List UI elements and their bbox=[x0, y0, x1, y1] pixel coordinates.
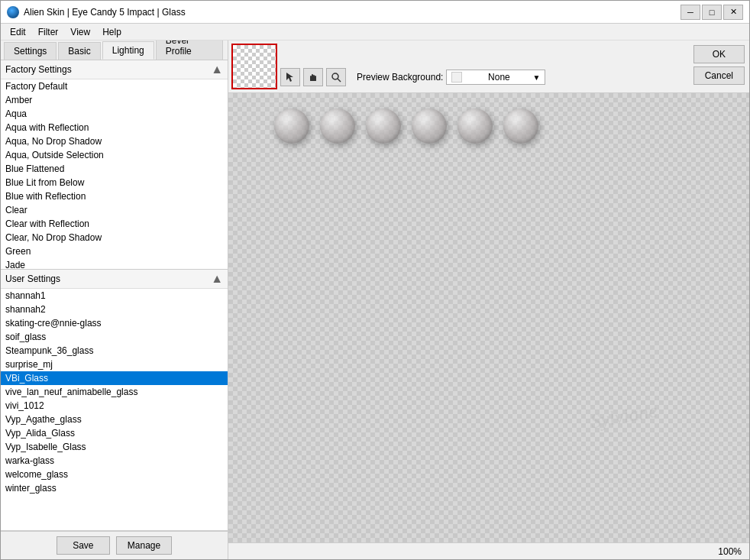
preview-bg-dropdown[interactable]: None ▼ bbox=[446, 70, 545, 85]
preview-bg-swatch bbox=[451, 72, 462, 83]
menu-view[interactable]: View bbox=[64, 25, 96, 39]
list-item[interactable]: Aqua bbox=[1, 107, 228, 121]
list-item-selected[interactable]: VBi_Glass bbox=[1, 371, 228, 385]
title-bar-left: Alien Skin | Eye Candy 5 Impact | Glass bbox=[7, 6, 186, 18]
list-item[interactable]: winter_glass bbox=[1, 481, 228, 495]
orb-6 bbox=[503, 108, 538, 144]
list-item[interactable]: warka-glass bbox=[1, 454, 228, 468]
preview-bg-value: None bbox=[488, 72, 510, 83]
list-item[interactable]: shannah1 bbox=[1, 289, 228, 303]
app-icon bbox=[7, 6, 19, 18]
list-item[interactable]: skating-cre@nnie-glass bbox=[1, 316, 228, 330]
list-item[interactable]: Green bbox=[1, 244, 228, 258]
glass-orbs-row bbox=[274, 108, 538, 144]
orb-5 bbox=[457, 108, 493, 144]
list-item[interactable]: Blue Lit from Below bbox=[1, 176, 228, 189]
svg-point-6 bbox=[332, 73, 338, 79]
preview-canvas[interactable]: Sylviane bbox=[228, 93, 749, 542]
list-item[interactable]: Clear with Reflection bbox=[1, 217, 228, 231]
list-item[interactable]: Factory Default bbox=[1, 79, 228, 93]
list-item[interactable]: Blue with Reflection bbox=[1, 189, 228, 203]
watermark-text: Sylviane bbox=[589, 400, 659, 434]
factory-settings-section: Factory Settings ▲ Factory Default Amber… bbox=[1, 60, 228, 270]
ok-button[interactable]: OK bbox=[693, 45, 745, 63]
orb-1 bbox=[274, 108, 309, 144]
menu-bar: Edit Filter View Help bbox=[1, 24, 749, 40]
tabs-bar: Settings Basic Lighting Bevel Profile bbox=[1, 40, 228, 60]
window-title: Alien Skin | Eye Candy 5 Impact | Glass bbox=[24, 7, 186, 18]
user-settings-header: User Settings ▲ bbox=[1, 270, 228, 289]
orb-4 bbox=[412, 108, 447, 144]
zoom-tool-button[interactable] bbox=[326, 68, 346, 86]
hand-icon bbox=[308, 72, 318, 83]
list-item[interactable]: vivi_1012 bbox=[1, 399, 228, 413]
hand-tool-button[interactable] bbox=[303, 68, 323, 86]
arrow-icon bbox=[285, 72, 296, 83]
factory-settings-header: Factory Settings ▲ bbox=[1, 60, 228, 79]
save-button[interactable]: Save bbox=[57, 536, 110, 555]
preview-bg-label: Preview Background: bbox=[357, 72, 443, 83]
list-item[interactable]: Steampunk_36_glass bbox=[1, 344, 228, 358]
thumbnail-container bbox=[228, 40, 280, 92]
list-item[interactable]: surprise_mj bbox=[1, 358, 228, 371]
main-window: Alien Skin | Eye Candy 5 Impact | Glass … bbox=[0, 0, 750, 560]
tool-controls: Preview Background: None ▼ bbox=[280, 68, 686, 89]
svg-marker-0 bbox=[286, 73, 293, 82]
left-panel: Settings Basic Lighting Bevel Profile Fa… bbox=[1, 40, 228, 559]
dropdown-arrow-icon: ▼ bbox=[532, 73, 540, 82]
maximize-button[interactable]: □ bbox=[702, 5, 722, 20]
list-item[interactable]: Amber bbox=[1, 93, 228, 107]
orb-3 bbox=[366, 108, 401, 144]
list-item[interactable]: Vyp_Alida_Glass bbox=[1, 426, 228, 440]
list-item[interactable]: Clear, No Drop Shadow bbox=[1, 231, 228, 244]
menu-filter[interactable]: Filter bbox=[32, 25, 65, 39]
list-item[interactable]: Clear bbox=[1, 203, 228, 217]
list-item[interactable]: Blue Flattened bbox=[1, 162, 228, 176]
list-item[interactable]: shannah2 bbox=[1, 303, 228, 316]
list-item[interactable]: soif_glass bbox=[1, 330, 228, 344]
list-item[interactable]: welcome_glass bbox=[1, 468, 228, 481]
list-item[interactable]: Vyp_Isabelle_Glass bbox=[1, 440, 228, 454]
user-settings-section: User Settings ▲ shannah1 shannah2 skatin… bbox=[1, 270, 228, 531]
factory-settings-list[interactable]: Factory Default Amber Aqua Aqua with Ref… bbox=[1, 79, 228, 269]
orb-2 bbox=[320, 108, 355, 144]
list-item[interactable]: Aqua with Reflection bbox=[1, 121, 228, 134]
tab-lighting[interactable]: Lighting bbox=[102, 41, 154, 60]
minimize-button[interactable]: ─ bbox=[680, 5, 700, 20]
zoom-icon bbox=[331, 72, 341, 83]
bottom-buttons: Save Manage bbox=[1, 531, 228, 559]
tab-bevel-profile[interactable]: Bevel Profile bbox=[156, 40, 223, 60]
title-controls: ─ □ ✕ bbox=[680, 5, 743, 20]
arrow-tool-button[interactable] bbox=[280, 68, 300, 86]
tab-basic[interactable]: Basic bbox=[58, 42, 100, 60]
preview-top-area: Preview Background: None ▼ OK Cancel bbox=[228, 40, 749, 93]
close-button[interactable]: ✕ bbox=[723, 5, 743, 20]
list-item[interactable]: Aqua, Outside Selection bbox=[1, 148, 228, 162]
user-settings-list[interactable]: shannah1 shannah2 skating-cre@nnie-glass… bbox=[1, 289, 228, 530]
thumbnail-preview[interactable] bbox=[231, 44, 277, 89]
user-scroll-up[interactable]: ▲ bbox=[211, 272, 223, 286]
menu-help[interactable]: Help bbox=[96, 25, 128, 39]
cancel-button[interactable]: Cancel bbox=[693, 66, 745, 85]
status-bar: 100% bbox=[228, 542, 749, 559]
factory-scroll-up[interactable]: ▲ bbox=[211, 63, 223, 76]
list-item[interactable]: Jade bbox=[1, 258, 228, 269]
tab-settings[interactable]: Settings bbox=[4, 42, 57, 60]
right-panel: Preview Background: None ▼ OK Cancel bbox=[228, 40, 749, 559]
manage-button[interactable]: Manage bbox=[116, 536, 172, 555]
title-bar: Alien Skin | Eye Candy 5 Impact | Glass … bbox=[1, 1, 749, 24]
svg-line-7 bbox=[338, 79, 341, 82]
ok-cancel-area: OK Cancel bbox=[689, 40, 749, 92]
list-item[interactable]: Vyp_Agathe_glass bbox=[1, 413, 228, 426]
svg-rect-5 bbox=[310, 79, 316, 81]
zoom-level: 100% bbox=[718, 546, 742, 557]
controls-area: Preview Background: None ▼ bbox=[280, 40, 689, 92]
list-item[interactable]: Aqua, No Drop Shadow bbox=[1, 134, 228, 148]
menu-edit[interactable]: Edit bbox=[4, 25, 32, 39]
list-item[interactable]: vive_lan_neuf_animabelle_glass bbox=[1, 385, 228, 399]
